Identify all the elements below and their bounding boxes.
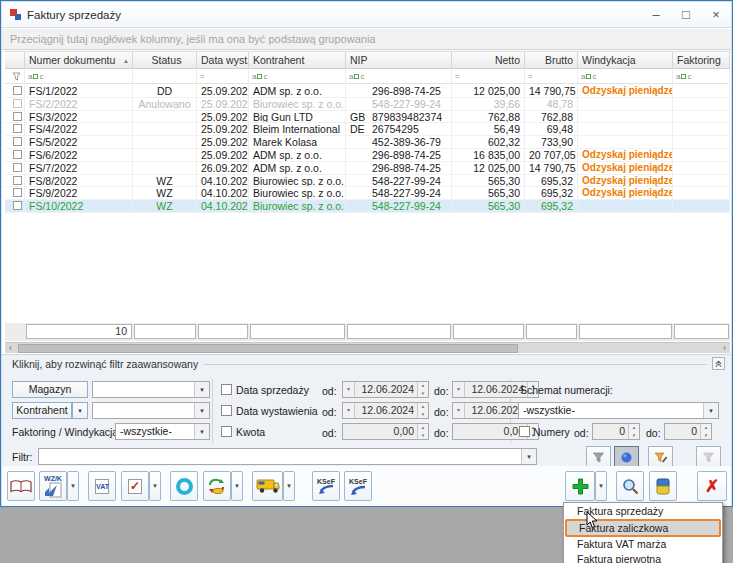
- table-row[interactable]: FS/7/2022 26.09.2022 ADM sp. z o.o. 296-…: [5, 162, 730, 175]
- spinner[interactable]: ▲▼: [628, 424, 639, 439]
- chevron-down-icon[interactable]: ▾: [453, 403, 465, 418]
- column-header-numer[interactable]: Numer dokumentu▲: [25, 52, 133, 68]
- filtr-input[interactable]: ▾: [38, 448, 537, 465]
- ksef-get-button[interactable]: KSeF: [344, 471, 372, 501]
- magazyn-combo[interactable]: ▾: [92, 381, 210, 398]
- minimize-button[interactable]: –: [641, 4, 671, 26]
- spinner[interactable]: ▲▼: [700, 424, 711, 439]
- table-row[interactable]: FS/6/2022 25.09.2022 ADM sp. z o.o. 296-…: [5, 149, 730, 162]
- scroll-right-icon[interactable]: ›: [719, 343, 730, 353]
- kontrahent-button[interactable]: Kontrahent: [12, 402, 72, 419]
- approve-button[interactable]: ✓: [121, 471, 149, 501]
- row-checkbox[interactable]: [5, 85, 25, 98]
- column-header-nip[interactable]: NIP: [346, 52, 452, 68]
- close-icon[interactable]: ×: [701, 4, 731, 26]
- table-row[interactable]: FS/4/2022 25.09.2022 Bleim International…: [5, 123, 730, 136]
- view-button[interactable]: [616, 471, 644, 501]
- wzk-button[interactable]: WZ/K: [39, 471, 67, 501]
- filter-equals-icon[interactable]: =: [197, 70, 249, 83]
- row-checkbox[interactable]: [5, 175, 25, 188]
- table-row[interactable]: FS/8/2022 WZ 04.10.2022 Biurowiec sp. z …: [5, 175, 730, 188]
- spinner[interactable]: ▲▼: [417, 382, 428, 397]
- row-checkbox[interactable]: [5, 162, 25, 175]
- filter-active-toggle-button[interactable]: [614, 446, 639, 468]
- delivery-button[interactable]: [252, 471, 283, 501]
- chevron-down-icon[interactable]: ▾: [703, 403, 718, 418]
- table-row[interactable]: FS/3/2022 25.09.2022 Big Gun LTD GB87983…: [5, 111, 730, 124]
- rozliczenia-button[interactable]: [203, 471, 231, 501]
- chevron-down-icon[interactable]: ▾: [521, 449, 536, 464]
- horizontal-scrollbar[interactable]: ‹ ›: [5, 342, 730, 353]
- table-row[interactable]: FS/1/2022 DD 25.09.2022 ADM sp. z o.o. 2…: [5, 85, 730, 98]
- column-header-netto[interactable]: Netto: [452, 52, 525, 68]
- group-by-panel[interactable]: Przeciągnij tutaj nagłówek kolumny, jeśl…: [2, 29, 731, 50]
- chevron-down-icon[interactable]: ▾: [453, 382, 465, 397]
- spinner[interactable]: ▲▼: [417, 424, 428, 439]
- row-checkbox[interactable]: [5, 200, 25, 213]
- menu-item-faktura-vat-marza[interactable]: Faktura VAT marża: [565, 537, 721, 552]
- chevron-down-icon[interactable]: ▾: [194, 382, 209, 397]
- book-button[interactable]: [7, 471, 35, 501]
- ksef-send-button[interactable]: KSeF: [312, 471, 340, 501]
- row-checkbox[interactable]: [5, 136, 25, 149]
- close-window-button[interactable]: ✗: [697, 471, 727, 501]
- chevron-down-icon[interactable]: ▾: [343, 403, 355, 418]
- kontrahent-split-arrow-icon[interactable]: ▾: [72, 402, 88, 419]
- filter-equals-icon[interactable]: =: [525, 70, 578, 83]
- clear-filter-button[interactable]: [696, 446, 721, 468]
- ring-button[interactable]: [170, 471, 198, 501]
- menu-item-faktura-pierwotna[interactable]: Faktura pierwotna: [565, 552, 721, 563]
- kwota-od-field[interactable]: 0,00 ▲▼: [342, 423, 429, 440]
- numery-od-field[interactable]: 0 ▲▼: [592, 423, 640, 440]
- filter-funnel-icon[interactable]: [5, 70, 25, 83]
- vat-button[interactable]: VAT: [88, 471, 116, 501]
- spinner[interactable]: ▲▼: [417, 403, 428, 418]
- table-row[interactable]: FS/2/2022 Anulowano 25.09.2022 Biurowiec…: [5, 98, 730, 111]
- row-checkbox[interactable]: [5, 187, 25, 200]
- magazyn-button[interactable]: Magazyn: [12, 381, 88, 398]
- table-row[interactable]: FS/5/2022 25.09.2022 Marek Kolasa 452-38…: [5, 136, 730, 149]
- column-header-faktoring[interactable]: Faktoring: [673, 52, 730, 68]
- row-checkbox[interactable]: [5, 149, 25, 162]
- filter-builder-button[interactable]: [648, 446, 673, 468]
- data-sprzedazy-od-field[interactable]: ▾ 12.06.2024 ▲▼: [342, 381, 429, 398]
- add-invoice-dropdown-icon[interactable]: ▾: [595, 471, 607, 501]
- table-row[interactable]: FS/9/2022 WZ 04.10.2022 Biurowiec sp. z …: [5, 187, 730, 200]
- data-wystawienia-checkbox[interactable]: [221, 405, 232, 416]
- filter-panel-header[interactable]: Kliknij, aby rozwinąć filtr zaawansowany: [12, 358, 204, 370]
- filter-contains-icon[interactable]: ac: [673, 70, 730, 83]
- filter-cell-status[interactable]: [133, 70, 197, 83]
- apply-filter-button[interactable]: [586, 446, 611, 468]
- row-checkbox[interactable]: [5, 98, 25, 111]
- maximize-button[interactable]: □: [671, 4, 701, 26]
- faktoring-windykacja-combo[interactable]: -wszystkie-▾: [115, 423, 210, 440]
- kontrahent-combo[interactable]: ▾: [92, 402, 210, 419]
- filter-contains-icon[interactable]: ac: [346, 70, 452, 83]
- column-header-windykacja[interactable]: Windykacja: [578, 52, 673, 68]
- kwota-checkbox[interactable]: [221, 426, 232, 437]
- data-sprzedazy-checkbox[interactable]: [221, 384, 232, 395]
- table-row-selected[interactable]: FS/10/2022 WZ 04.10.2022 Biurowiec sp. z…: [5, 200, 730, 213]
- column-header-kontrahent[interactable]: Kontrahent: [249, 52, 346, 68]
- column-header-status[interactable]: Status: [133, 52, 197, 68]
- row-checkbox[interactable]: [5, 111, 25, 124]
- approve-dropdown-icon[interactable]: ▾: [149, 471, 161, 501]
- delete-button[interactable]: [649, 471, 677, 501]
- column-header-brutto[interactable]: Brutto: [525, 52, 578, 68]
- filter-contains-icon[interactable]: ac: [25, 70, 133, 83]
- chevron-down-icon[interactable]: ▾: [343, 382, 355, 397]
- delivery-dropdown-icon[interactable]: ▾: [283, 471, 295, 501]
- add-invoice-button[interactable]: [565, 471, 595, 501]
- numery-do-field[interactable]: 0 ▲▼: [664, 423, 712, 440]
- scroll-left-icon[interactable]: ‹: [5, 343, 16, 353]
- wzk-dropdown-icon[interactable]: ▾: [67, 471, 79, 501]
- scrollbar-thumb[interactable]: [18, 344, 518, 353]
- filter-equals-icon[interactable]: =: [452, 70, 525, 83]
- chevron-down-icon[interactable]: ▾: [194, 424, 209, 439]
- row-checkbox[interactable]: [5, 123, 25, 136]
- collapse-filter-button[interactable]: [712, 357, 725, 370]
- title-bar[interactable]: Faktury sprzedaży – □ ×: [2, 2, 731, 28]
- numery-checkbox[interactable]: [519, 426, 530, 437]
- filter-contains-icon[interactable]: ac: [249, 70, 346, 83]
- data-wystawienia-od-field[interactable]: ▾ 12.06.2024 ▲▼: [342, 402, 429, 419]
